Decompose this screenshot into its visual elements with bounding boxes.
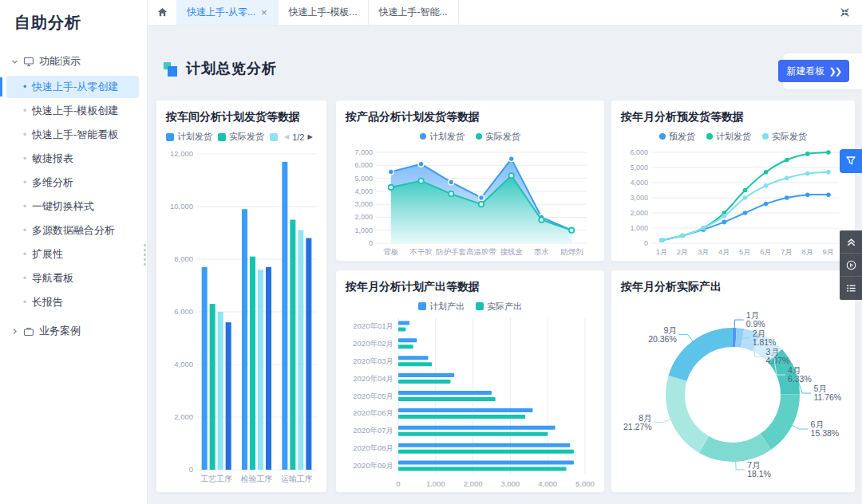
- legend-item[interactable]: 实际产出: [476, 301, 522, 313]
- svg-text:8月21.27%: 8月21.27%: [623, 413, 652, 431]
- chevron-down-icon: [11, 58, 18, 65]
- fullscreen-button[interactable]: [827, 0, 862, 25]
- bullet-icon: •: [23, 225, 26, 236]
- legend-item[interactable]: [270, 133, 278, 141]
- svg-text:3,000: 3,000: [354, 200, 373, 208]
- fullscreen-compress-icon: [839, 6, 851, 18]
- legend-page-indicator: 1/2: [292, 132, 304, 142]
- svg-text:0: 0: [396, 479, 400, 487]
- sidebar-menu: •快速上手-从零创建•快速上手-模板创建•快速上手-智能看板•敏捷报表•多维分析…: [0, 75, 147, 314]
- sidebar-item-label: 多源数据融合分析: [32, 223, 115, 238]
- tab-label: 快速上手-智能...: [379, 6, 448, 19]
- svg-text:3,000: 3,000: [501, 479, 520, 487]
- svg-text:高温胶带: 高温胶带: [466, 247, 497, 256]
- play-button[interactable]: [840, 254, 862, 277]
- svg-text:0: 0: [189, 465, 193, 474]
- app-title: 自助分析: [14, 12, 147, 33]
- svg-text:4月: 4月: [718, 247, 730, 256]
- svg-text:2020年03月: 2020年03月: [353, 356, 393, 364]
- chevron-right-icon: [11, 328, 18, 335]
- tab[interactable]: 快速上手-智能...: [369, 0, 459, 25]
- tab[interactable]: 快速上手-从零...×: [176, 0, 279, 25]
- legend-next-icon[interactable]: ▶: [307, 133, 312, 140]
- play-circle-icon: [845, 259, 857, 271]
- collapse-button[interactable]: [840, 230, 862, 254]
- svg-text:7,000: 7,000: [354, 148, 373, 156]
- double-chevron-right-icon: ❯❯: [829, 66, 840, 77]
- svg-text:6,000: 6,000: [174, 307, 193, 316]
- legend-chip: [476, 133, 482, 140]
- floating-toolbar: [840, 230, 862, 300]
- legend-item[interactable]: 实际发货: [762, 131, 807, 143]
- legend-item[interactable]: 计划发货: [706, 131, 751, 143]
- sidebar-item[interactable]: •导航看板: [0, 266, 147, 290]
- sidebar-group-label: 业务案例: [39, 324, 81, 338]
- sidebar-item[interactable]: •快速上手-模板创建: [0, 99, 147, 123]
- sidebar-item-label: 敏捷报表: [32, 152, 73, 166]
- svg-text:5,000: 5,000: [354, 174, 373, 182]
- sidebar-item[interactable]: •扩展性: [0, 242, 147, 266]
- chart-legend: 计划发货实际发货: [346, 131, 595, 143]
- svg-text:2020年02月: 2020年02月: [353, 339, 393, 348]
- legend-item[interactable]: 计划发货: [420, 131, 465, 143]
- legend-pager: ◀1/2▶: [284, 132, 313, 142]
- tab-close-icon[interactable]: ×: [261, 7, 267, 18]
- list-button[interactable]: [840, 277, 862, 300]
- sidebar-resize-handle[interactable]: [143, 244, 146, 266]
- monitor-icon: [23, 57, 34, 67]
- legend-chip: [762, 133, 769, 140]
- month-line-chart: 01,0002,0003,0004,0005,0006,0001月2月3月4月5…: [621, 146, 847, 256]
- sidebar-item-label: 快速上手-模板创建: [32, 104, 118, 118]
- sidebar-group-business-case[interactable]: 业务案例: [0, 317, 147, 345]
- chart-card-preship: 按年月分析预发货等数据 预发货计划发货实际发货 01,0002,0003,000…: [611, 100, 856, 262]
- svg-text:2020年06月: 2020年06月: [353, 408, 393, 417]
- svg-text:2020年05月: 2020年05月: [353, 391, 393, 400]
- svg-text:4,000: 4,000: [538, 479, 557, 487]
- sidebar-item[interactable]: •快速上手-从零创建: [0, 75, 147, 99]
- svg-text:1月: 1月: [656, 247, 668, 256]
- svg-text:3月4.07%: 3月4.07%: [766, 347, 790, 365]
- sidebar-item[interactable]: •一键切换样式: [0, 195, 147, 219]
- filter-button[interactable]: [840, 149, 862, 173]
- svg-text:2,000: 2,000: [174, 412, 193, 421]
- home-icon: [156, 6, 168, 18]
- page-title: 计划总览分析: [186, 59, 277, 78]
- chart-card-actual-output: 按年月分析实际产出 1月0.9%2月1.81%3月4.07%4月6.33%5月1…: [611, 270, 856, 493]
- svg-text:12,000: 12,000: [170, 149, 193, 158]
- workshop-bar-chart: 02,0004,0006,0008,00010,00012,000工艺工序检验工…: [166, 146, 318, 487]
- home-button[interactable]: [148, 0, 176, 25]
- svg-text:1,000: 1,000: [354, 226, 373, 234]
- legend-item[interactable]: 预发货: [659, 131, 695, 143]
- svg-text:2020年04月: 2020年04月: [353, 373, 393, 382]
- svg-text:2020年08月: 2020年08月: [353, 443, 393, 452]
- svg-text:2,000: 2,000: [354, 213, 373, 221]
- sidebar-item[interactable]: •多维分析: [0, 171, 147, 195]
- legend-item[interactable]: 实际发货: [476, 131, 520, 143]
- chart-card-workshop: 按车间分析计划发货等数据 计划发货实际发货◀1/2▶ 02,0004,0006,…: [156, 100, 327, 493]
- sidebar-item[interactable]: •多源数据融合分析: [0, 219, 147, 242]
- svg-text:1,000: 1,000: [426, 479, 445, 487]
- sidebar-item-label: 一键切换样式: [32, 199, 94, 214]
- chart-legend: 预发货计划发货实际发货: [621, 131, 845, 143]
- new-board-button[interactable]: 新建看板❯❯: [778, 60, 849, 82]
- legend-prev-icon[interactable]: ◀: [284, 133, 289, 140]
- legend-chip: [420, 133, 426, 140]
- svg-text:2,000: 2,000: [464, 479, 483, 487]
- svg-text:6月15.38%: 6月15.38%: [811, 419, 840, 438]
- sidebar-item-label: 快速上手-智能看板: [32, 128, 118, 142]
- sidebar-item[interactable]: •快速上手-智能看板: [0, 123, 147, 147]
- legend-item[interactable]: 实际发货: [218, 131, 264, 143]
- sidebar-item[interactable]: •长报告: [0, 290, 147, 314]
- svg-text:防护手套: 防护手套: [436, 247, 466, 256]
- sidebar-item-label: 多维分析: [32, 175, 73, 190]
- sidebar-group-function-demo[interactable]: 功能演示: [0, 48, 147, 75]
- legend-item[interactable]: 计划产出: [418, 301, 465, 313]
- svg-text:助焊剂: 助焊剂: [560, 247, 583, 256]
- svg-text:工艺工序: 工艺工序: [200, 474, 232, 483]
- svg-text:接线盒: 接线盒: [500, 247, 523, 256]
- list-menu-icon: [845, 282, 857, 294]
- tab[interactable]: 快速上手-模板...: [279, 0, 369, 25]
- legend-chip: [476, 302, 484, 310]
- sidebar-item[interactable]: •敏捷报表: [0, 147, 147, 171]
- legend-item[interactable]: 计划发货: [166, 131, 212, 143]
